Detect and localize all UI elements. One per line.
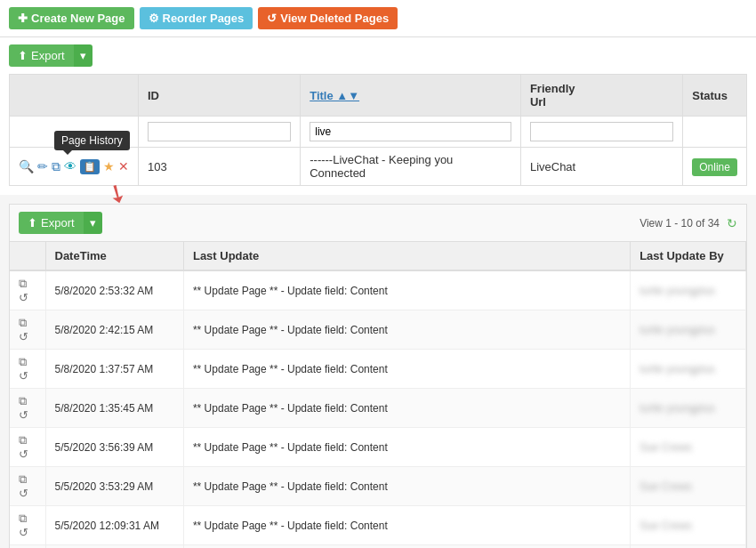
col-status: Status [683, 75, 747, 117]
history-table-row: ⧉ ↺ 5/8/2020 1:37:57 AM ** Update Page *… [10, 350, 746, 389]
history-table: DateTime Last Update Last Update By ⧉ ↺ … [10, 242, 746, 548]
copy-row-icon[interactable]: ⧉ [19, 472, 27, 486]
history-row-update: ** Update Page ** - Update field: Conten… [183, 270, 630, 310]
history-row-by: turtle youngplus [631, 270, 746, 310]
history-row-datetime: 5/5/2020 3:53:29 AM [45, 467, 183, 506]
history-row-by-link[interactable]: turtle youngplus [639, 363, 715, 375]
delete-icon[interactable]: ✕ [118, 159, 129, 173]
history-col-icons [10, 242, 45, 270]
col-actions [10, 75, 139, 117]
create-new-page-button[interactable]: ✚ Create New Page [9, 7, 134, 29]
history-row-datetime: 5/5/2020 12:09:31 AM [45, 506, 183, 545]
history-row-icons: ⧉ ↺ [10, 545, 45, 549]
undo-row-icon[interactable]: ↺ [19, 408, 28, 422]
undo-row-icon[interactable]: ↺ [19, 291, 28, 304]
col-friendly-url: FriendlyUrl [520, 75, 682, 117]
undo-row-icon[interactable]: ↺ [19, 447, 28, 461]
history-table-row: ⧉ ↺ 5/5/2020 3:53:29 AM ** Update Page *… [10, 467, 746, 506]
history-row-by-link[interactable]: turtle youngplus [639, 324, 715, 336]
top-toolbar: ✚ Create New Page ⚙ Reorder Pages ↺ View… [0, 0, 756, 37]
history-row-icons: ⧉ ↺ [10, 270, 45, 310]
export-main-button[interactable]: ⬆ Export [9, 44, 74, 67]
history-row-datetime: 5/8/2020 1:35:45 AM [45, 389, 183, 428]
col-title[interactable]: Title ▲▼ [301, 75, 521, 117]
history-table-row: ⧉ ↺ 5/8/2020 2:42:15 AM ** Update Page *… [10, 310, 746, 350]
copy-row-icon[interactable]: ⧉ [19, 512, 27, 525]
filter-title-input[interactable] [310, 122, 511, 141]
undo-row-icon[interactable]: ↺ [19, 526, 28, 539]
row-id: 103 [139, 148, 301, 186]
history-icon: ↺ [267, 12, 277, 25]
history-export-group: ⬆ Export ▾ [19, 212, 102, 234]
title-sort[interactable]: Title ▲▼ [310, 89, 359, 102]
history-col-last-update: Last Update [183, 242, 630, 270]
history-row-update: ** Update Page ** - Update field: Conten… [183, 506, 630, 545]
history-row-by: turtle youngplus [631, 310, 746, 350]
filter-url-input[interactable] [530, 122, 673, 141]
history-row-update: ** Update Page ** - Update field: Conten… [183, 428, 630, 467]
history-row-datetime: 5/5/2020 12:08:43 AM [45, 545, 183, 549]
view-deleted-pages-button[interactable]: ↺ View Deleted Pages [258, 7, 398, 29]
copy-icon[interactable]: ⧉ [52, 159, 60, 174]
view-deleted-pages-label: View Deleted Pages [280, 12, 389, 25]
history-row-datetime: 5/8/2020 1:37:57 AM [45, 350, 183, 389]
history-row-update: ** Update Page ** - Update field: Conten… [183, 310, 630, 350]
status-badge: Online [692, 158, 737, 176]
star-icon[interactable]: ★ [103, 159, 115, 173]
history-table-row: ⧉ ↺ 5/8/2020 2:53:32 AM ** Update Page *… [10, 270, 746, 310]
main-table: ID Title ▲▼ FriendlyUrl Status [9, 74, 747, 186]
history-export-caret-button[interactable]: ▾ [84, 212, 102, 234]
undo-row-icon[interactable]: ↺ [19, 369, 28, 383]
history-page-icon[interactable]: 📋 [80, 159, 100, 174]
filter-url [520, 117, 682, 148]
undo-row-icon[interactable]: ↺ [19, 330, 28, 343]
col-id: ID [139, 75, 301, 117]
reorder-pages-label: Reorder Pages [163, 12, 245, 25]
copy-row-icon[interactable]: ⧉ [19, 355, 27, 368]
copy-row-icon[interactable]: ⧉ [19, 433, 27, 447]
history-row-by-link[interactable]: Sue Crews [639, 480, 692, 493]
history-row-icons: ⧉ ↺ [10, 467, 45, 506]
reorder-icon: ⚙ [149, 12, 159, 25]
history-row-datetime: 5/8/2020 2:53:32 AM [45, 270, 183, 310]
row-status: Online [683, 148, 747, 186]
table-header-row: ID Title ▲▼ FriendlyUrl Status [10, 75, 747, 117]
refresh-icon[interactable]: ↻ [727, 216, 737, 230]
history-row-by-link[interactable]: turtle youngplus [639, 285, 715, 297]
tooltip-text: Page History [61, 134, 123, 147]
edit-icon[interactable]: ✏ [37, 159, 48, 173]
history-toolbar: ⬆ Export ▾ View 1 - 10 of 34 ↻ [10, 205, 746, 242]
second-toolbar: ⬆ Export ▾ [0, 37, 756, 74]
history-row-by-link[interactable]: Sue Crews [639, 441, 692, 454]
filter-id-input[interactable] [148, 122, 291, 141]
history-row-by: turtle youngplus [631, 350, 746, 389]
history-row-datetime: 5/5/2020 3:56:39 AM [45, 428, 183, 467]
history-row-icons: ⧉ ↺ [10, 310, 45, 350]
history-table-row: ⧉ ↺ 5/8/2020 1:35:45 AM ** Update Page *… [10, 389, 746, 428]
copy-row-icon[interactable]: ⧉ [19, 316, 27, 329]
export-label: Export [31, 49, 65, 62]
undo-row-icon[interactable]: ↺ [19, 487, 28, 500]
plus-icon: ✚ [18, 12, 28, 25]
history-row-by-link[interactable]: turtle youngplus [639, 402, 715, 415]
history-export-label: Export [41, 216, 75, 230]
history-header-row: DateTime Last Update Last Update By [10, 242, 746, 270]
create-new-page-label: Create New Page [31, 12, 125, 25]
history-export-main-button[interactable]: ⬆ Export [19, 212, 84, 234]
history-col-datetime: DateTime [45, 242, 183, 270]
history-row-by-link[interactable]: Sue Crews [639, 520, 692, 532]
copy-row-icon[interactable]: ⧉ [19, 394, 27, 407]
history-table-row: ⧉ ↺ 5/5/2020 12:09:31 AM ** Update Page … [10, 506, 746, 545]
history-row-icons: ⧉ ↺ [10, 350, 45, 389]
export-caret-button[interactable]: ▾ [74, 44, 92, 67]
history-row-update: ** Update Page ** - Update field: Conten… [183, 350, 630, 389]
history-row-icons: ⧉ ↺ [10, 506, 45, 545]
copy-row-icon[interactable]: ⧉ [19, 277, 27, 290]
history-view-count: View 1 - 10 of 34 [639, 217, 720, 230]
reorder-pages-button[interactable]: ⚙ Reorder Pages [140, 7, 253, 29]
history-row-icons: ⧉ ↺ [10, 389, 45, 428]
history-row-by: Sue Crews [631, 428, 746, 467]
history-row-update: ** Update Page ** - Update field: Conten… [183, 389, 630, 428]
zoom-icon[interactable]: 🔍 [19, 159, 34, 173]
view-icon[interactable]: 👁 [64, 159, 76, 173]
